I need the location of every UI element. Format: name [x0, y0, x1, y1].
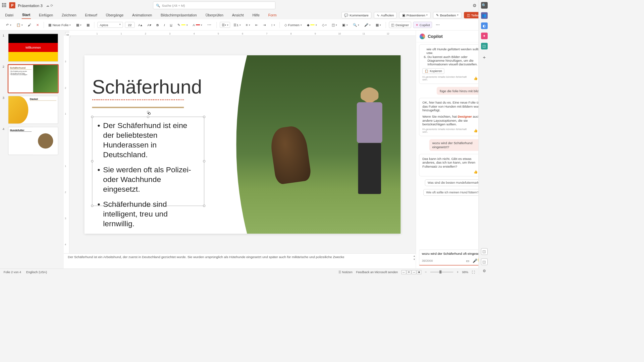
underline-button[interactable]: U: [168, 22, 174, 27]
view-slideshow-button[interactable]: ▣: [417, 270, 421, 274]
indent-dec-button[interactable]: ⇤: [254, 22, 259, 27]
copilot-button[interactable]: ✦ Copilot: [413, 22, 432, 28]
resize-handle[interactable]: [203, 116, 205, 118]
designer-link[interactable]: Designer: [458, 115, 472, 118]
shape-fill-button[interactable]: ◆ ▾: [305, 22, 318, 27]
rotate-handle[interactable]: ⟲: [147, 111, 149, 113]
attach-icon[interactable]: ▭: [466, 258, 470, 263]
fit-button[interactable]: ⛶: [472, 270, 475, 274]
thumbs-up-icon[interactable]: 👍: [474, 170, 478, 173]
zoom-in-button[interactable]: +: [457, 270, 459, 274]
addins-button[interactable]: ▦ ▾: [374, 22, 382, 27]
new-slide-button[interactable]: ▦ Neue Folie ▾: [47, 22, 72, 27]
zoom-slider[interactable]: [430, 272, 453, 273]
shrink-font-button[interactable]: A▾: [146, 22, 153, 27]
input-text[interactable]: wozu wird der Schäferhund oft eingesetzt: [422, 252, 484, 255]
layout-button[interactable]: ▦ ▾: [74, 22, 83, 27]
resize-handle[interactable]: [203, 205, 205, 207]
numbering-button[interactable]: ☰1 ▾: [232, 22, 243, 27]
present-button[interactable]: ▣ Präsentieren ▾: [399, 12, 430, 18]
slide-thumb-3[interactable]: Dackel: [8, 96, 58, 124]
notes-scroll-down[interactable]: ▾: [414, 258, 415, 261]
dictate-button[interactable]: 🎤 ▾: [363, 22, 372, 27]
grow-font-button[interactable]: A▴: [137, 22, 144, 27]
highlight-button[interactable]: ✎ ▾: [176, 22, 189, 27]
tab-zeichnen[interactable]: Zeichnen: [61, 11, 77, 18]
tab-form[interactable]: Form: [268, 11, 277, 18]
notes-text[interactable]: Der Schäferhund ist ein Arbeitshund, der…: [68, 255, 344, 259]
suggestion-1[interactable]: Was sind die besten Hundefuttermarken?: [425, 179, 487, 186]
tab-uebergaenge[interactable]: Übergänge: [105, 11, 124, 18]
bullets-button[interactable]: ☰• ▾: [220, 22, 230, 27]
italic-button[interactable]: I: [162, 22, 166, 27]
tab-datei[interactable]: Datei: [5, 11, 14, 18]
rail-chat-icon[interactable]: ✦: [481, 33, 488, 39]
resize-handle[interactable]: [147, 116, 149, 118]
view-normal-button[interactable]: ▭: [401, 270, 406, 274]
search-input[interactable]: 🔍 Suche (Alt + M): [153, 2, 275, 9]
shapes-button[interactable]: ◇ Formen ▾: [283, 22, 303, 27]
font-size-input[interactable]: 22: [125, 22, 135, 27]
slide-thumb-2[interactable]: Schäferhund• Der Schäferhund ist eine de…: [8, 65, 58, 93]
resize-handle[interactable]: [203, 160, 205, 163]
content-textbox[interactable]: ⟲ Der Schäferhund ist eine der beliebtes…: [92, 117, 205, 206]
indent-inc-button[interactable]: ⇥: [262, 22, 267, 27]
mic-icon[interactable]: 🎤: [473, 258, 477, 263]
bullet-2[interactable]: Sie werden oft als Polizei- oder Wachhun…: [97, 165, 200, 194]
slide-title[interactable]: Schäferhund: [92, 76, 229, 98]
feedback-link[interactable]: Feedback an Microsoft senden: [356, 270, 398, 274]
font-color-button[interactable]: A ▾: [191, 22, 204, 27]
thumbs-up-icon[interactable]: 👍: [474, 76, 478, 80]
more-commands-button[interactable]: ⋯: [434, 22, 442, 28]
slide-thumb-4[interactable]: Hundefutter: [8, 127, 58, 155]
view-reading-button[interactable]: ▭: [412, 270, 416, 274]
notes-scroll-up[interactable]: ▴: [414, 255, 415, 257]
rail-pane1-icon[interactable]: ◫: [481, 248, 488, 255]
resize-handle[interactable]: [91, 205, 93, 207]
line-spacing-button[interactable]: ↕ ▾: [270, 22, 277, 27]
slide-image[interactable]: [236, 55, 400, 234]
tab-einfuegen[interactable]: Einfügen: [39, 11, 54, 18]
notes-toggle[interactable]: ☰ Notizen: [338, 270, 353, 274]
more-font-button[interactable]: ⋯: [206, 22, 214, 28]
designer-button[interactable]: ◫ Designer: [389, 22, 411, 28]
undo-button[interactable]: ↶ ▾: [5, 22, 13, 27]
slide-counter[interactable]: Folie 2 von 4: [4, 270, 21, 274]
tab-hilfe[interactable]: Hilfe: [252, 11, 260, 18]
shape-outline-button[interactable]: ◇ ▾: [320, 22, 328, 27]
thumbs-up-icon[interactable]: 👍: [474, 129, 478, 132]
rail-graph-icon[interactable]: ◫: [481, 43, 488, 50]
suggestion-2[interactable]: Wie oft sollte ich meinen Hund füttern?: [423, 189, 481, 196]
bullet-3[interactable]: Schäferhunde sind intelligent, treu und …: [97, 199, 200, 229]
delete-button[interactable]: ✕: [35, 22, 40, 27]
tab-ueberpruefen[interactable]: Überprüfen: [205, 11, 224, 18]
notes-pane[interactable]: Der Schäferhund ist ein Arbeitshund, der…: [64, 253, 416, 269]
slide-thumb-1[interactable]: Willkommen: [8, 34, 58, 62]
rail-search-icon[interactable]: 🔍: [481, 2, 488, 9]
align-button[interactable]: ≡ ▾: [245, 22, 252, 27]
format-painter-button[interactable]: 🖌: [26, 22, 33, 27]
tab-bildschirm[interactable]: Bildschirmpräsentation: [160, 11, 198, 18]
language-status[interactable]: Englisch (USA): [26, 270, 47, 274]
tab-entwurf[interactable]: Entwurf: [85, 11, 98, 18]
section-button[interactable]: ▦: [85, 22, 91, 27]
slide-canvas[interactable]: Schäferhund ⟲: [85, 55, 401, 234]
comments-button[interactable]: 💬 Kommentare: [341, 12, 371, 18]
paste-button[interactable]: 📋 ▾: [15, 22, 24, 27]
resize-handle[interactable]: [91, 160, 93, 163]
tab-animationen[interactable]: Animationen: [132, 11, 153, 18]
rail-pane2-icon[interactable]: ◫: [481, 258, 488, 265]
rail-calendar-icon[interactable]: ◐: [481, 22, 488, 29]
zoom-level[interactable]: 98%: [462, 270, 468, 274]
presentation-title[interactable]: Präsentation 3: [18, 3, 43, 8]
saved-icon[interactable]: ☁ ⟳: [46, 3, 53, 7]
find-button[interactable]: 🔍 ▾: [351, 22, 361, 27]
arrange-button[interactable]: ▣ ▾: [341, 22, 349, 27]
rail-add-icon[interactable]: +: [483, 55, 486, 60]
copy-button[interactable]: 📋 Kopieren: [422, 68, 444, 74]
quick-styles-button[interactable]: ◫ ▾: [330, 22, 339, 27]
tab-ansicht[interactable]: Ansicht: [231, 11, 244, 18]
font-select[interactable]: Aptos ▾: [97, 22, 123, 27]
copilot-input[interactable]: wozu wird der Schäferhund oft eingesetzt…: [419, 249, 487, 265]
tab-start[interactable]: Start: [21, 11, 31, 19]
